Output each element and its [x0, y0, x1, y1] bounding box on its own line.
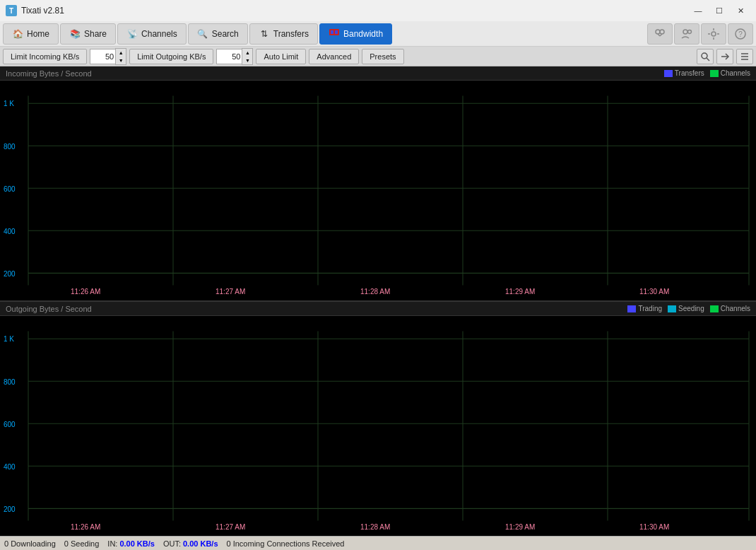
advanced-button[interactable]: Advanced: [309, 49, 359, 64]
nav-bar: 🏠 Home 📚 Share 📡 Channels 🔍 Search ⇅ Tra…: [0, 21, 756, 47]
limit-incoming-button[interactable]: Limit Incoming KB/s: [3, 49, 87, 64]
svg-text:800: 800: [4, 378, 16, 385]
svg-text:600: 600: [4, 185, 16, 192]
toolbar-icon1-button[interactable]: [697, 49, 714, 64]
nav-search-label: Search: [212, 29, 239, 39]
close-button[interactable]: ✕: [731, 4, 750, 18]
toolbar-icon3-button[interactable]: [736, 49, 753, 64]
svg-text:200: 200: [4, 505, 16, 513]
outgoing-legend-seeding: Seeding: [668, 305, 704, 312]
limit-incoming-down[interactable]: ▼: [116, 57, 126, 64]
nav-share-label: Share: [84, 29, 107, 39]
outgoing-legend-trading: Trading: [627, 305, 662, 312]
status-connections: 0 Incoming Connections Received: [227, 539, 345, 548]
channels-icon: 📡: [126, 28, 138, 40]
limit-outgoing-up[interactable]: ▲: [242, 49, 252, 57]
svg-text:11:27 AM: 11:27 AM: [215, 288, 245, 296]
status-out-value: 0.00 KB/s: [183, 539, 218, 548]
status-seeding: 0 Seeding: [64, 539, 100, 548]
presets-button[interactable]: Presets: [362, 49, 403, 64]
nav-connections-button[interactable]: [647, 23, 673, 45]
outgoing-chart-area: 1 K 800 600 400 200 11:26 AM 11:27 AM 11…: [0, 316, 756, 536]
status-in-label: IN:: [107, 539, 117, 548]
title-bar-text: Tixati v2.81: [21, 6, 684, 16]
outgoing-legend-trading-label: Trading: [638, 305, 662, 312]
search-icon: 🔍: [197, 28, 208, 40]
svg-text:11:30 AM: 11:30 AM: [639, 523, 669, 531]
svg-text:1 K: 1 K: [4, 335, 14, 343]
outgoing-chart-header: Outgoing Bytes / Second Trading Seeding …: [0, 302, 756, 316]
nav-home-label: Home: [27, 29, 49, 39]
nav-transfers-label: Transfers: [273, 29, 309, 39]
nav-channels-button[interactable]: 📡 Channels: [117, 23, 187, 45]
nav-settings-button[interactable]: [701, 23, 726, 45]
outgoing-chart-title: Outgoing Bytes / Second: [6, 305, 627, 313]
outgoing-legend-channels-label: Channels: [721, 305, 750, 312]
svg-point-8: [688, 30, 692, 33]
outgoing-legend-trading-color: [627, 305, 636, 312]
svg-point-12: [702, 53, 707, 59]
svg-text:11:28 AM: 11:28 AM: [360, 288, 390, 296]
svg-rect-2: [335, 30, 338, 34]
incoming-legend-channels: Channels: [710, 69, 750, 77]
toolbar: Limit Incoming KB/s ▲ ▼ Limit Outgoing K…: [0, 47, 756, 66]
outgoing-legend-channels-color: [710, 305, 719, 312]
limit-incoming-input[interactable]: [90, 49, 115, 64]
nav-transfers-button[interactable]: ⇅ Transfers: [249, 23, 318, 45]
incoming-legend-transfers-color: [664, 70, 673, 77]
outgoing-chart-svg: 1 K 800 600 400 200 11:26 AM 11:27 AM 11…: [0, 316, 756, 536]
nav-share-button[interactable]: 📚 Share: [60, 23, 116, 45]
svg-text:11:29 AM: 11:29 AM: [505, 288, 535, 296]
svg-text:11:26 AM: 11:26 AM: [71, 523, 100, 531]
svg-line-5: [658, 34, 660, 36]
svg-line-13: [707, 58, 709, 61]
incoming-legend-channels-label: Channels: [721, 69, 750, 77]
minimize-button[interactable]: —: [688, 4, 708, 18]
limit-outgoing-spinbox: ▲ ▼: [216, 48, 253, 65]
svg-text:11:26 AM: 11:26 AM: [71, 288, 100, 296]
transfers-icon: ⇅: [259, 28, 270, 40]
svg-text:11:28 AM: 11:28 AM: [360, 523, 390, 531]
nav-bandwidth-button[interactable]: Bandwidth: [319, 23, 392, 45]
svg-text:11:30 AM: 11:30 AM: [639, 288, 669, 296]
toolbar-icon2-button[interactable]: [716, 49, 733, 64]
bandwidth-icon: [329, 28, 340, 40]
svg-text:400: 400: [4, 462, 16, 470]
svg-text:400: 400: [4, 227, 16, 235]
limit-incoming-spin-buttons: ▲ ▼: [115, 48, 126, 65]
outgoing-legend-seeding-color: [668, 305, 676, 312]
limit-outgoing-down[interactable]: ▼: [242, 57, 252, 64]
svg-text:11:27 AM: 11:27 AM: [215, 523, 245, 531]
nav-search-button[interactable]: 🔍 Search: [188, 23, 248, 45]
svg-rect-1: [331, 30, 333, 34]
nav-users-button[interactable]: [674, 23, 699, 45]
status-in: IN: 0.00 KB/s: [107, 539, 155, 548]
incoming-chart-area: 1 K 800 600 400 200 11:26 AM 11:27 AM 11…: [0, 81, 756, 300]
svg-text:1 K: 1 K: [4, 100, 14, 107]
nav-home-button[interactable]: 🏠 Home: [3, 23, 59, 45]
nav-bandwidth-label: Bandwidth: [343, 29, 383, 39]
limit-incoming-up[interactable]: ▲: [116, 49, 126, 57]
incoming-legend-transfers: Transfers: [664, 69, 704, 77]
svg-point-4: [660, 30, 664, 34]
status-seeding-text: 0 Seeding: [64, 539, 100, 548]
svg-line-6: [660, 34, 662, 36]
svg-text:200: 200: [4, 269, 16, 277]
status-bar: 0 Downloading 0 Seeding IN: 0.00 KB/s OU…: [0, 536, 756, 550]
title-bar: T Tixati v2.81 — ☐ ✕: [0, 0, 756, 21]
share-icon: 📚: [69, 28, 81, 40]
incoming-chart-header: Incoming Bytes / Second Transfers Channe…: [0, 66, 756, 81]
limit-outgoing-input[interactable]: [216, 49, 242, 64]
status-downloading-text: 0 Downloading: [4, 539, 56, 548]
svg-point-9: [711, 32, 716, 36]
limit-outgoing-spin-buttons: ▲ ▼: [242, 48, 253, 65]
incoming-legend-transfers-label: Transfers: [675, 69, 704, 77]
limit-outgoing-button[interactable]: Limit Outgoing KB/s: [129, 49, 213, 64]
auto-limit-button[interactable]: Auto Limit: [256, 49, 306, 64]
svg-text:600: 600: [4, 420, 16, 428]
nav-help-button[interactable]: ?: [728, 23, 753, 45]
maximize-button[interactable]: ☐: [709, 4, 729, 18]
limit-incoming-spinbox: ▲ ▼: [90, 48, 126, 65]
status-downloading: 0 Downloading: [4, 539, 56, 548]
outgoing-legend-channels: Channels: [710, 305, 750, 312]
